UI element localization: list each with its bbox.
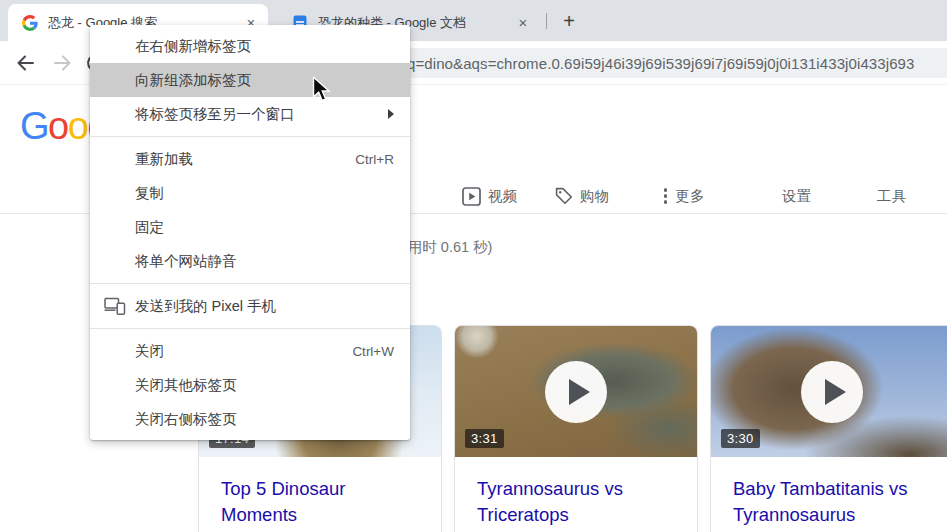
google-logo-letter: o — [68, 105, 88, 147]
menu-item[interactable]: 将单个网站静音 — [90, 244, 410, 278]
tab-separator — [546, 13, 547, 29]
nav-item-4[interactable]: 设置 — [782, 185, 811, 207]
nav-item-label: 设置 — [782, 187, 811, 206]
nav-item-5[interactable]: 工具 — [877, 185, 906, 207]
menu-item-shortcut: Ctrl+R — [355, 152, 394, 167]
menu-divider — [90, 283, 410, 284]
video-title-link[interactable]: Tyrannosaurus vs Triceratops — [455, 457, 697, 528]
nav-item-label: 工具 — [877, 187, 906, 206]
shopping-tag-icon — [555, 187, 573, 205]
menu-item[interactable]: 在右侧新增标签页 — [90, 29, 410, 63]
menu-item[interactable]: 发送到我的 Pixel 手机 — [90, 289, 410, 323]
search-stats: (用时 0.61 秒) — [403, 238, 492, 257]
nav-item-1[interactable]: 视频 — [462, 185, 517, 207]
video-thumbnail[interactable]: 3:31 — [455, 326, 697, 457]
menu-item[interactable]: 将标签页移至另一个窗口 — [90, 97, 410, 131]
menu-item-label: 向新组添加标签页 — [135, 71, 394, 90]
forward-icon[interactable] — [52, 52, 74, 74]
menu-item[interactable]: 关闭Ctrl+W — [90, 334, 410, 368]
video-card[interactable]: 3:30Baby Tambatitanis vs Tyrannosaurus — [710, 325, 947, 532]
tab-close-icon[interactable]: × — [514, 14, 532, 32]
devices-icon — [104, 297, 126, 315]
submenu-arrow-icon — [388, 109, 394, 119]
menu-item-label: 发送到我的 Pixel 手机 — [135, 297, 394, 316]
menu-item-label: 固定 — [135, 218, 394, 237]
menu-item[interactable]: 关闭其他标签页 — [90, 368, 410, 402]
menu-item-label: 关闭 — [135, 342, 340, 361]
nav-item-3[interactable]: 更多 — [664, 185, 704, 207]
video-duration-badge: 3:31 — [465, 429, 504, 448]
menu-item[interactable]: 向新组添加标签页 — [90, 63, 410, 97]
more-vert-icon — [664, 188, 668, 203]
menu-item-label: 将单个网站静音 — [135, 252, 394, 271]
video-title-link[interactable]: Baby Tambatitanis vs Tyrannosaurus — [711, 457, 947, 528]
nav-item-2[interactable]: 购物 — [555, 185, 609, 207]
menu-item-label: 在右侧新增标签页 — [135, 37, 394, 56]
menu-divider — [90, 136, 410, 137]
menu-item[interactable]: 固定 — [90, 210, 410, 244]
google-g-icon — [22, 15, 38, 31]
menu-divider — [90, 328, 410, 329]
menu-item-label: 关闭右侧标签页 — [135, 410, 394, 429]
google-logo-letter: o — [48, 105, 68, 147]
play-button-icon[interactable] — [801, 361, 863, 423]
google-logo-letter: G — [20, 105, 48, 147]
video-icon — [462, 187, 481, 206]
play-button-icon[interactable] — [545, 361, 607, 423]
video-duration-badge: 3:30 — [721, 429, 760, 448]
video-thumbnail[interactable]: 3:30 — [711, 326, 947, 457]
menu-item[interactable]: 重新加载Ctrl+R — [90, 142, 410, 176]
nav-item-label: 视频 — [488, 187, 517, 206]
url-text[interactable]: q=dino&aqs=chrome.0.69i59j46i39j69i539j6… — [407, 55, 915, 72]
video-title-link[interactable]: Top 5 Dinosaur Moments — [199, 457, 441, 528]
video-card[interactable]: 3:31Tyrannosaurus vs Triceratops — [454, 325, 698, 532]
menu-item[interactable]: 关闭右侧标签页 — [90, 402, 410, 436]
menu-item-label: 将标签页移至另一个窗口 — [135, 105, 376, 124]
menu-item-shortcut: Ctrl+W — [352, 344, 394, 359]
new-tab-button[interactable]: + — [556, 8, 582, 34]
menu-item-label: 重新加载 — [135, 150, 343, 169]
back-icon[interactable] — [14, 52, 36, 74]
menu-item[interactable]: 复制 — [90, 176, 410, 210]
nav-item-label: 购物 — [580, 187, 609, 206]
tab-context-menu: 在右侧新增标签页向新组添加标签页将标签页移至另一个窗口重新加载Ctrl+R复制固… — [90, 25, 410, 440]
browser-window: 恐龙 - Google 搜索 × 恐龙的种类 - Google 文档 × + q… — [0, 0, 947, 532]
nav-item-label: 更多 — [675, 187, 704, 206]
menu-item-label: 关闭其他标签页 — [135, 376, 394, 395]
menu-item-label: 复制 — [135, 184, 394, 203]
